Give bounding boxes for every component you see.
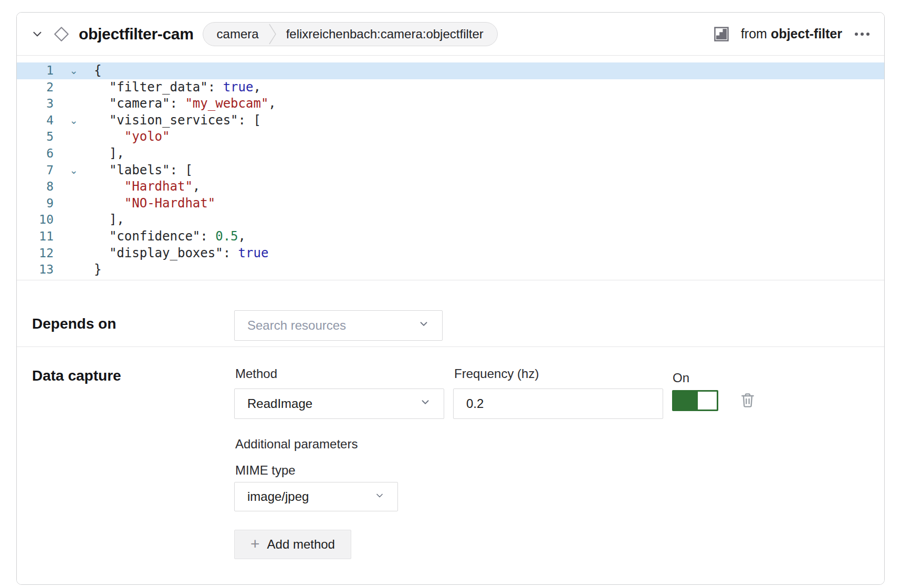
code-line[interactable]: 13} xyxy=(17,261,884,278)
line-number: 13 xyxy=(17,261,54,278)
frequency-input[interactable] xyxy=(453,388,663,419)
line-number: 10 xyxy=(17,212,54,228)
code-line[interactable]: 8 "Hardhat", xyxy=(17,178,884,195)
code-line[interactable]: 1⌄{ xyxy=(17,62,884,79)
line-number: 3 xyxy=(17,96,54,112)
add-method-label: Add method xyxy=(267,537,335,552)
method-value: ReadImage xyxy=(247,396,413,411)
line-number: 8 xyxy=(17,178,54,195)
plus-icon: + xyxy=(250,536,260,552)
on-label: On xyxy=(673,371,689,385)
code-line[interactable]: 2 "filter_data": true, xyxy=(17,79,884,96)
code-text: "camera": "my_webcam", xyxy=(94,96,276,112)
code-line[interactable]: 4⌄ "vision_services": [ xyxy=(17,112,884,129)
code-text: "filter_data": true, xyxy=(94,79,261,96)
more-options-menu-icon[interactable] xyxy=(854,29,871,39)
from-module-label: from object-filter xyxy=(741,26,842,41)
code-text: "Hardhat", xyxy=(94,178,200,195)
header-right-group: from object-filter xyxy=(714,26,871,42)
json-config-editor[interactable]: 1⌄{2 "filter_data": true,3 "camera": "my… xyxy=(17,56,884,280)
data-capture-section: Data capture Method Frequency (hz) On Re… xyxy=(17,348,884,585)
component-title: objectfilter-cam xyxy=(79,25,194,43)
code-line[interactable]: 12 "display_boxes": true xyxy=(17,245,884,262)
code-text: ], xyxy=(94,212,124,228)
depends-on-search-select[interactable] xyxy=(234,310,443,341)
code-text: { xyxy=(94,62,101,79)
code-text: ], xyxy=(94,145,124,162)
line-number: 1 xyxy=(17,62,54,79)
mime-type-value: image/jpeg xyxy=(247,489,368,504)
mime-type-select[interactable]: image/jpeg xyxy=(234,482,398,511)
chevron-down-icon xyxy=(420,396,431,411)
line-number: 4 xyxy=(17,112,54,129)
from-word: from xyxy=(741,26,767,41)
module-icon xyxy=(714,26,729,42)
search-resources-input[interactable] xyxy=(247,318,412,333)
line-number: 7 xyxy=(17,162,54,179)
code-text: } xyxy=(94,261,101,278)
line-number: 2 xyxy=(17,79,54,96)
component-card: objectfilter-cam camera felixreichenbach… xyxy=(16,12,885,585)
badge-separator-chevron-icon xyxy=(268,23,277,46)
code-line[interactable]: 9 "NO-Hardhat" xyxy=(17,195,884,212)
line-number: 12 xyxy=(17,245,54,262)
delete-method-trash-icon[interactable] xyxy=(739,392,756,408)
line-number: 6 xyxy=(17,145,54,162)
component-model: felixreichenbach:camera:objectfilter xyxy=(286,27,484,41)
chevron-down-icon xyxy=(374,489,385,504)
page: objectfilter-cam camera felixreichenbach… xyxy=(0,0,901,588)
component-header: objectfilter-cam camera felixreichenbach… xyxy=(17,13,884,56)
fold-chevron-icon[interactable]: ⌄ xyxy=(54,62,94,79)
additional-parameters-label: Additional parameters xyxy=(235,437,358,452)
component-type-model-badge: camera felixreichenbach:camera:objectfil… xyxy=(203,22,498,46)
fold-chevron-icon[interactable]: ⌄ xyxy=(54,112,94,129)
method-select[interactable]: ReadImage xyxy=(234,388,444,419)
code-text: "yolo" xyxy=(94,129,170,145)
line-number: 9 xyxy=(17,195,54,212)
method-label: Method xyxy=(235,366,277,381)
code-text: "NO-Hardhat" xyxy=(94,195,215,212)
from-module-name: object-filter xyxy=(771,26,842,41)
mime-type-label: MIME type xyxy=(235,463,296,478)
chevron-down-icon xyxy=(418,318,429,333)
code-text: "vision_services": [ xyxy=(94,112,261,129)
code-text: "confidence": 0.5, xyxy=(94,228,246,245)
data-capture-heading: Data capture xyxy=(32,368,121,384)
code-text: "display_boxes": true xyxy=(94,245,268,262)
code-line[interactable]: 3 "camera": "my_webcam", xyxy=(17,96,884,112)
line-number: 11 xyxy=(17,228,54,245)
camera-component-diamond-icon xyxy=(53,26,70,43)
depends-on-heading: Depends on xyxy=(32,316,116,332)
frequency-label: Frequency (hz) xyxy=(454,366,539,381)
code-line[interactable]: 7⌄ "labels": [ xyxy=(17,162,884,179)
line-number: 5 xyxy=(17,129,54,145)
code-line[interactable]: 10 ], xyxy=(17,212,884,228)
capture-on-toggle[interactable] xyxy=(672,390,718,411)
toggle-knob xyxy=(698,392,717,410)
component-type: camera xyxy=(217,27,259,41)
depends-on-section: Depends on xyxy=(17,281,884,347)
fold-chevron-icon[interactable]: ⌄ xyxy=(54,162,94,179)
code-text: "labels": [ xyxy=(94,162,193,179)
code-line[interactable]: 6 ], xyxy=(17,145,884,162)
collapse-chevron-icon[interactable] xyxy=(30,27,44,41)
code-line[interactable]: 11 "confidence": 0.5, xyxy=(17,228,884,245)
code-line[interactable]: 5 "yolo" xyxy=(17,129,884,145)
add-method-button[interactable]: + Add method xyxy=(234,530,351,559)
